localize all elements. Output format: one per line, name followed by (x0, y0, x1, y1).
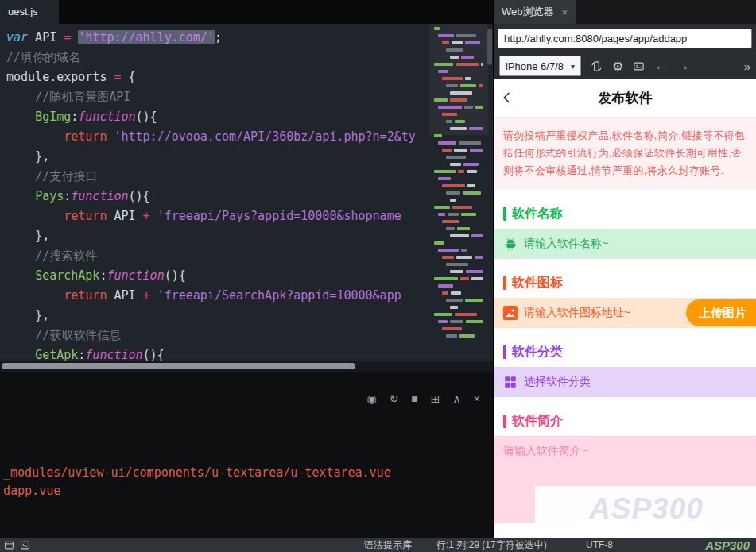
collapse-icon[interactable]: ∧ (453, 392, 461, 405)
code-line[interactable]: return 'http://ovooa.com/API/360bz/api.p… (6, 127, 431, 147)
minimap-line (434, 134, 483, 137)
code-line[interactable]: BgImg:function(){ (6, 107, 431, 127)
icon-placeholder: 请输入软件图标地址~ (524, 306, 630, 320)
minimap-line (434, 177, 483, 180)
close-icon[interactable]: × (474, 392, 480, 405)
minimap-line (434, 27, 483, 30)
code-line[interactable]: module.exports = { (6, 68, 431, 87)
minimap-line (434, 249, 483, 252)
close-tab-icon[interactable]: × (562, 6, 568, 18)
minimap-line (434, 263, 483, 266)
cursor-position-status[interactable]: 行:1 列:29 (17字符被选中) (436, 538, 547, 552)
code-line[interactable]: //获取软件信息 (6, 326, 431, 345)
console-toolbar: ◉↻■⊞∧× (366, 392, 480, 405)
grid-icon (503, 375, 518, 389)
watermark-text: ASP300 (589, 492, 704, 526)
minimap-line (434, 184, 483, 187)
horizontal-scrollbar-track[interactable] (0, 361, 493, 372)
minimap-line (434, 334, 483, 338)
encoding-status[interactable]: UTF-8 (586, 538, 613, 552)
code-line[interactable]: }, (6, 226, 431, 246)
code-line[interactable]: }, (6, 147, 431, 167)
console-panel-icon[interactable] (4, 539, 14, 552)
name-placeholder: 请输入软件名称~ (524, 237, 608, 251)
screenshot-icon[interactable]: ⊞ (431, 392, 440, 405)
terminal-panel-icon[interactable] (20, 539, 30, 552)
minimap-line (434, 170, 483, 173)
code-area[interactable]: var API = 'http://ahlly.com/';//填你的域名mod… (0, 24, 431, 361)
gear-icon[interactable]: ⚙ (612, 59, 623, 74)
minimap-line (434, 256, 483, 259)
stop-icon[interactable]: ■ (411, 392, 417, 405)
name-field[interactable]: 请输入软件名称~ (494, 229, 756, 259)
tab-request-js[interactable]: uest.js (0, 0, 59, 24)
category-placeholder: 选择软件分类 (524, 375, 591, 389)
upload-image-button[interactable]: 上传图片 (686, 299, 756, 326)
section-title: 软件分类 (512, 344, 563, 361)
device-selector[interactable]: iPhone 6/7/8 ▾ (499, 56, 581, 76)
minimap-line (434, 84, 483, 87)
minimap-line (434, 206, 483, 209)
more-tools-icon[interactable]: » (744, 60, 750, 73)
minimap-line (434, 277, 483, 280)
code-line[interactable]: }, (6, 306, 431, 326)
rotate-device-icon[interactable] (591, 60, 603, 72)
console-output: _modules/uview-ui/components/u-textarea/… (3, 464, 391, 500)
console-line[interactable]: _modules/uview-ui/components/u-textarea/… (3, 464, 391, 482)
minimap-line (434, 199, 483, 202)
code-line[interactable]: //搜索软件 (6, 246, 431, 266)
minimap-line (434, 156, 483, 159)
back-icon[interactable]: ← (654, 59, 667, 73)
debug-icon[interactable]: ◉ (366, 392, 376, 405)
code-line[interactable]: //填你的域名 (6, 48, 431, 68)
section-title: 软件图标 (512, 275, 563, 291)
back-chevron-icon[interactable] (500, 91, 514, 105)
warning-text: 请勿投稿严重侵权产品,软件名称,简介,链接等不得包括任何形式的引流行为,必须保证… (494, 118, 756, 190)
section-header-intro: 软件简介 (494, 408, 756, 434)
section-accent-bar (503, 345, 506, 359)
browser-toolbar: iPhone 6/7/8 ▾ ⚙ ← → » (494, 52, 756, 79)
code-line[interactable]: GetApk:function(){ (6, 345, 431, 361)
section-title: 软件名称 (512, 206, 563, 222)
minimap-line (434, 270, 483, 273)
minimap-line (434, 98, 483, 102)
url-input[interactable] (498, 29, 752, 48)
minimap-line (434, 77, 483, 80)
section-title: 软件简介 (512, 413, 563, 430)
minimap-line (434, 149, 483, 152)
browser-url-bar (494, 24, 756, 52)
horizontal-scrollbar-thumb[interactable] (2, 363, 355, 369)
minimap-line (434, 227, 483, 230)
syntax-lib-status[interactable]: 语法提示库 (364, 538, 412, 552)
forward-icon[interactable]: → (677, 59, 689, 73)
code-line[interactable]: SearchApk:function(){ (6, 266, 431, 286)
console-window-icon[interactable] (633, 60, 645, 72)
tab-web-browser[interactable]: Web浏览器 × (494, 0, 576, 24)
code-line[interactable]: Pays:function(){ (6, 187, 431, 207)
minimap-line (434, 163, 483, 166)
category-field[interactable]: 选择软件分类 (494, 367, 756, 397)
code-line[interactable]: return API + 'freeapi/SearchApk?appid=10… (6, 286, 431, 306)
editor-tab-bar: uest.js (0, 0, 493, 24)
page-header: 发布软件 (494, 79, 756, 118)
minimap-line (434, 220, 483, 223)
console-line[interactable]: dapp.vue (3, 482, 391, 500)
code-line[interactable]: var API = 'http://ahlly.com/'; (6, 28, 431, 48)
section-header-icon: 软件图标 (494, 270, 756, 296)
code-line[interactable]: //随机背景图API (6, 87, 431, 107)
section-accent-bar (503, 415, 506, 428)
minimap-line (434, 313, 483, 316)
minimap[interactable] (434, 27, 483, 354)
minimap-line (434, 320, 483, 323)
chevron-down-icon: ▾ (571, 62, 575, 71)
code-line[interactable]: //支付接口 (6, 167, 431, 187)
minimap-line (434, 127, 483, 130)
icon-field[interactable]: 请输入软件图标地址~上传图片 (494, 298, 756, 328)
editor-pane: uest.js var API = 'http://ahlly.com/';//… (0, 0, 493, 538)
minimap-line (434, 191, 483, 195)
vertical-scrollbar-thumb[interactable] (487, 29, 492, 65)
minimap-line (434, 91, 483, 95)
code-line[interactable]: return API + 'freeapi/Pays?appid=10000&s… (6, 207, 431, 226)
restart-icon[interactable]: ↻ (390, 392, 399, 405)
minimap-line (434, 120, 483, 123)
